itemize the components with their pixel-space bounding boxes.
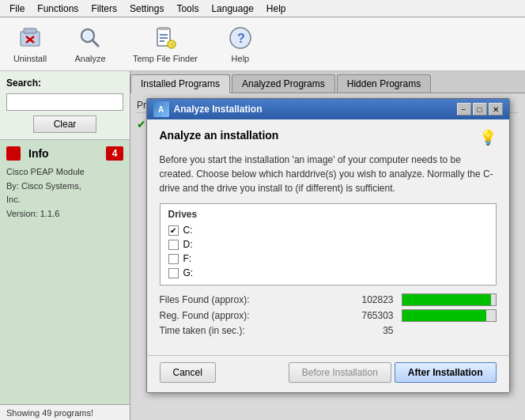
- modal-footer: Cancel Before Installation After Install…: [147, 355, 509, 392]
- modal-overlay: A Analyze Installation − □ ✕ Analyze an …: [130, 71, 525, 420]
- info-text: Cisco PEAP Module By: Cisco Systems, Inc…: [6, 165, 123, 221]
- modal-titlebar: A Analyze Installation − □ ✕: [147, 99, 509, 119]
- status-text: Showing 49 programs!: [6, 408, 93, 418]
- drive-row-g: G:: [168, 266, 488, 280]
- drives-box: Drives ✔ C: D: F:: [160, 203, 497, 286]
- svg-point-6: [84, 32, 92, 40]
- analyze-button[interactable]: Analyze: [66, 22, 114, 66]
- info-badge: 4: [106, 146, 123, 161]
- stat-reg-progress: [402, 309, 497, 322]
- uninstall-label: Uninstall: [13, 54, 47, 63]
- status-bar: Showing 49 programs!: [0, 404, 130, 420]
- tempfinder-icon: ?: [153, 25, 178, 51]
- stat-files-value: 102823: [258, 294, 394, 305]
- cancel-button[interactable]: Cancel: [160, 362, 216, 383]
- modal-body: Analyze an installation 💡 Before you sta…: [147, 119, 509, 355]
- search-input[interactable]: [6, 93, 123, 111]
- close-button[interactable]: ✕: [489, 103, 503, 115]
- tempfinder-label: Temp File Finder: [133, 54, 198, 63]
- modal-header-row: Analyze an installation 💡: [160, 129, 497, 146]
- drive-g-label: G:: [183, 267, 194, 278]
- uninstall-button[interactable]: Uninstall: [6, 22, 54, 66]
- stats-grid: Files Found (approx): 102823 Reg. Found …: [160, 293, 497, 336]
- help-icon: ?: [228, 25, 253, 51]
- stat-files-progress: [402, 293, 497, 306]
- tempfinder-button[interactable]: ? Temp File Finder: [127, 22, 204, 66]
- search-label: Search:: [6, 78, 123, 89]
- stat-time-value: 35: [258, 325, 394, 336]
- drive-d-label: D:: [183, 239, 193, 250]
- menu-functions[interactable]: Functions: [31, 2, 85, 16]
- modal-controls: − □ ✕: [457, 103, 503, 115]
- menu-filters[interactable]: Filters: [85, 2, 123, 16]
- toolbar: Uninstall Analyze ? Temp File Finder: [0, 17, 525, 71]
- drive-d-checkbox[interactable]: [168, 240, 179, 250]
- search-section: Search: Clear: [0, 71, 130, 140]
- analyze-icon: [77, 25, 103, 51]
- modal-app-icon: A: [153, 101, 169, 117]
- svg-text:?: ?: [170, 42, 174, 49]
- svg-rect-1: [24, 28, 36, 33]
- analyze-label: Analyze: [74, 54, 105, 63]
- menu-help[interactable]: Help: [260, 2, 293, 16]
- main-layout: Search: Clear Info 4 Cisco PEAP Module B…: [0, 71, 525, 420]
- drive-f-label: F:: [183, 253, 192, 264]
- menu-settings[interactable]: Settings: [123, 2, 170, 16]
- modal-description: Before you start the installation 'an im…: [160, 153, 497, 195]
- after-installation-button[interactable]: After Installation: [395, 362, 497, 383]
- bulb-icon: 💡: [479, 129, 497, 146]
- drive-row-d: D:: [168, 237, 488, 252]
- info-title: Info: [28, 147, 49, 160]
- content-area: Installed Programs Analyzed Programs Hid…: [130, 71, 525, 420]
- stat-files-label: Files Found (approx):: [160, 294, 250, 305]
- help-label: Help: [232, 54, 250, 63]
- stat-time-label: Time taken (in sec.):: [160, 325, 250, 336]
- maximize-button[interactable]: □: [473, 103, 487, 115]
- info-header: Info 4: [6, 146, 123, 161]
- help-button[interactable]: ? Help: [217, 22, 264, 66]
- analyze-modal: A Analyze Installation − □ ✕ Analyze an …: [146, 98, 510, 393]
- info-icon: [6, 146, 21, 161]
- drive-g-checkbox[interactable]: [168, 268, 179, 278]
- drives-label: Drives: [168, 209, 488, 220]
- minimize-button[interactable]: −: [457, 103, 471, 115]
- menu-bar: File Functions Filters Settings Tools La…: [0, 0, 525, 17]
- drive-c-label: C:: [183, 225, 193, 236]
- sidebar: Search: Clear Info 4 Cisco PEAP Module B…: [0, 71, 130, 420]
- menu-language[interactable]: Language: [205, 2, 259, 16]
- menu-file[interactable]: File: [3, 2, 31, 16]
- drive-row-f: F:: [168, 252, 488, 266]
- drive-c-checkbox[interactable]: ✔: [168, 225, 179, 236]
- before-installation-button[interactable]: Before Installation: [289, 362, 391, 383]
- clear-button[interactable]: Clear: [33, 115, 96, 133]
- drive-row-c: ✔ C:: [168, 223, 488, 237]
- info-section: Info 4 Cisco PEAP Module By: Cisco Syste…: [0, 140, 130, 404]
- svg-text:?: ?: [237, 32, 245, 45]
- svg-rect-8: [159, 27, 168, 30]
- stat-reg-value: 765303: [258, 310, 394, 321]
- menu-tools[interactable]: Tools: [170, 2, 205, 16]
- uninstall-icon: [17, 25, 43, 51]
- stat-reg-label: Reg. Found (approx):: [160, 310, 250, 321]
- svg-line-5: [93, 40, 99, 47]
- modal-heading: Analyze an installation: [160, 129, 279, 142]
- drive-f-checkbox[interactable]: [168, 254, 179, 264]
- modal-title: A Analyze Installation: [153, 101, 262, 117]
